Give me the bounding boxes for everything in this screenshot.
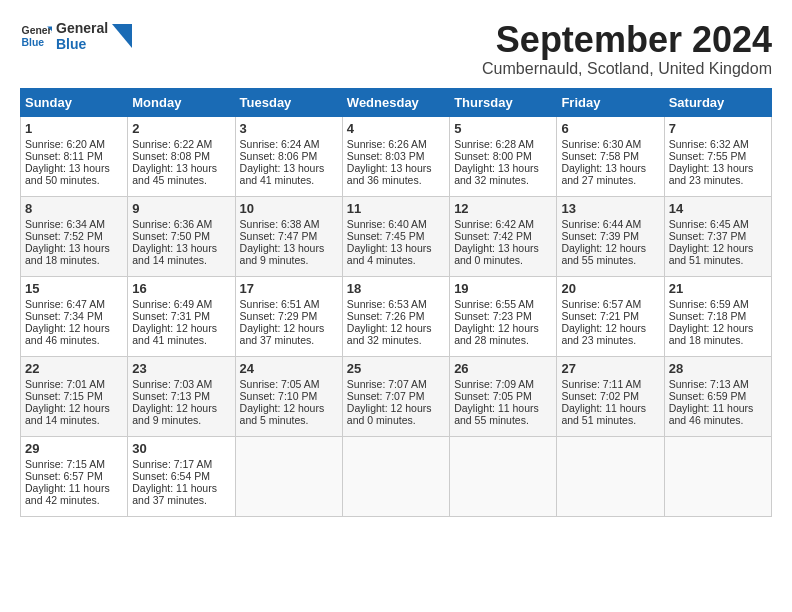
table-row: 11Sunrise: 6:40 AMSunset: 7:45 PMDayligh… — [342, 196, 449, 276]
calendar-week-row: 22Sunrise: 7:01 AMSunset: 7:15 PMDayligh… — [21, 356, 772, 436]
table-row: 27Sunrise: 7:11 AMSunset: 7:02 PMDayligh… — [557, 356, 664, 436]
logo-icon: General Blue — [20, 20, 52, 52]
table-row — [664, 436, 771, 516]
calendar-week-row: 8Sunrise: 6:34 AMSunset: 7:52 PMDaylight… — [21, 196, 772, 276]
table-row: 26Sunrise: 7:09 AMSunset: 7:05 PMDayligh… — [450, 356, 557, 436]
table-row: 14Sunrise: 6:45 AMSunset: 7:37 PMDayligh… — [664, 196, 771, 276]
table-row: 12Sunrise: 6:42 AMSunset: 7:42 PMDayligh… — [450, 196, 557, 276]
calendar-week-row: 1Sunrise: 6:20 AMSunset: 8:11 PMDaylight… — [21, 116, 772, 196]
table-row — [557, 436, 664, 516]
table-row: 6Sunrise: 6:30 AMSunset: 7:58 PMDaylight… — [557, 116, 664, 196]
table-row: 15Sunrise: 6:47 AMSunset: 7:34 PMDayligh… — [21, 276, 128, 356]
logo: General Blue General Blue — [20, 20, 132, 52]
col-monday: Monday — [128, 88, 235, 116]
table-row: 3Sunrise: 6:24 AMSunset: 8:06 PMDaylight… — [235, 116, 342, 196]
calendar-header-row: Sunday Monday Tuesday Wednesday Thursday… — [21, 88, 772, 116]
logo-blue: Blue — [56, 36, 108, 52]
col-thursday: Thursday — [450, 88, 557, 116]
table-row: 19Sunrise: 6:55 AMSunset: 7:23 PMDayligh… — [450, 276, 557, 356]
table-row — [342, 436, 449, 516]
table-row: 1Sunrise: 6:20 AMSunset: 8:11 PMDaylight… — [21, 116, 128, 196]
calendar-table: Sunday Monday Tuesday Wednesday Thursday… — [20, 88, 772, 517]
svg-text:Blue: Blue — [22, 37, 45, 48]
table-row: 17Sunrise: 6:51 AMSunset: 7:29 PMDayligh… — [235, 276, 342, 356]
page-header: General Blue General Blue September 2024… — [20, 20, 772, 78]
table-row: 16Sunrise: 6:49 AMSunset: 7:31 PMDayligh… — [128, 276, 235, 356]
calendar-week-row: 15Sunrise: 6:47 AMSunset: 7:34 PMDayligh… — [21, 276, 772, 356]
col-wednesday: Wednesday — [342, 88, 449, 116]
table-row: 9Sunrise: 6:36 AMSunset: 7:50 PMDaylight… — [128, 196, 235, 276]
table-row: 28Sunrise: 7:13 AMSunset: 6:59 PMDayligh… — [664, 356, 771, 436]
table-row: 30Sunrise: 7:17 AMSunset: 6:54 PMDayligh… — [128, 436, 235, 516]
location-title: Cumbernauld, Scotland, United Kingdom — [482, 60, 772, 78]
col-tuesday: Tuesday — [235, 88, 342, 116]
table-row: 24Sunrise: 7:05 AMSunset: 7:10 PMDayligh… — [235, 356, 342, 436]
col-saturday: Saturday — [664, 88, 771, 116]
table-row: 22Sunrise: 7:01 AMSunset: 7:15 PMDayligh… — [21, 356, 128, 436]
table-row: 18Sunrise: 6:53 AMSunset: 7:26 PMDayligh… — [342, 276, 449, 356]
col-friday: Friday — [557, 88, 664, 116]
month-title: September 2024 — [482, 20, 772, 60]
table-row: 10Sunrise: 6:38 AMSunset: 7:47 PMDayligh… — [235, 196, 342, 276]
logo-general: General — [56, 20, 108, 36]
table-row: 4Sunrise: 6:26 AMSunset: 8:03 PMDaylight… — [342, 116, 449, 196]
calendar-week-row: 29Sunrise: 7:15 AMSunset: 6:57 PMDayligh… — [21, 436, 772, 516]
table-row — [235, 436, 342, 516]
table-row: 5Sunrise: 6:28 AMSunset: 8:00 PMDaylight… — [450, 116, 557, 196]
title-area: September 2024 Cumbernauld, Scotland, Un… — [482, 20, 772, 78]
table-row: 20Sunrise: 6:57 AMSunset: 7:21 PMDayligh… — [557, 276, 664, 356]
table-row — [450, 436, 557, 516]
table-row: 23Sunrise: 7:03 AMSunset: 7:13 PMDayligh… — [128, 356, 235, 436]
table-row: 7Sunrise: 6:32 AMSunset: 7:55 PMDaylight… — [664, 116, 771, 196]
table-row: 13Sunrise: 6:44 AMSunset: 7:39 PMDayligh… — [557, 196, 664, 276]
table-row: 25Sunrise: 7:07 AMSunset: 7:07 PMDayligh… — [342, 356, 449, 436]
table-row: 29Sunrise: 7:15 AMSunset: 6:57 PMDayligh… — [21, 436, 128, 516]
svg-marker-3 — [112, 24, 132, 48]
table-row: 8Sunrise: 6:34 AMSunset: 7:52 PMDaylight… — [21, 196, 128, 276]
col-sunday: Sunday — [21, 88, 128, 116]
logo-arrow-icon — [112, 24, 132, 48]
svg-text:General: General — [22, 25, 52, 36]
table-row: 2Sunrise: 6:22 AMSunset: 8:08 PMDaylight… — [128, 116, 235, 196]
table-row: 21Sunrise: 6:59 AMSunset: 7:18 PMDayligh… — [664, 276, 771, 356]
